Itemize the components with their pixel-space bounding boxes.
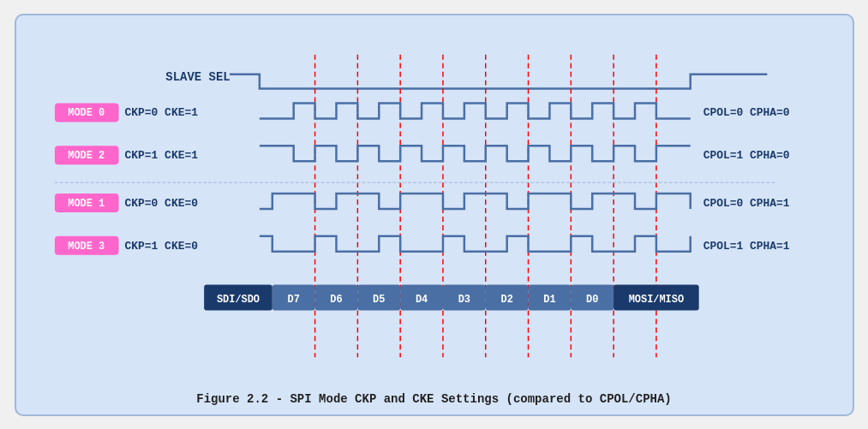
mode0-params: CKP=0 CKE=1: [124, 106, 198, 119]
d3-label: D3: [458, 293, 470, 305]
diagram-area: SLAVE SEL MODE 0 CKP=0 CKE=1 CPOL=0 CPHA…: [33, 33, 835, 384]
d7-label: D7: [287, 293, 299, 305]
sdi-sdo-label: SDI/SDO: [216, 293, 259, 305]
mode0-cpol: CPOL=0 CPHA=0: [703, 106, 789, 119]
d2-label: D2: [500, 293, 512, 305]
mode3-waveform: [259, 235, 690, 251]
mode2-label: MODE 2: [68, 150, 105, 162]
mode2-params: CKP=1 CKE=1: [124, 149, 198, 162]
mode2-waveform: [259, 146, 690, 161]
mode1-params: CKP=0 CKE=0: [124, 197, 198, 210]
mode2-cpol: CPOL=1 CPHA=0: [703, 149, 789, 162]
mode3-params: CKP=1 CKE=0: [124, 239, 198, 252]
mode1-cpol: CPOL=0 CPHA=1: [703, 197, 789, 210]
figure-caption: Figure 2.2 - SPI Mode CKP and CKE Settin…: [33, 384, 835, 406]
mode0-waveform: [259, 103, 690, 118]
timing-diagram: SLAVE SEL MODE 0 CKP=0 CKE=1 CPOL=0 CPHA…: [33, 33, 835, 384]
mode1-waveform: [259, 194, 690, 209]
mode1-label: MODE 1: [68, 198, 105, 210]
d1-label: D1: [543, 293, 555, 305]
d5-label: D5: [373, 293, 385, 305]
slave-sel-label: SLAVE SEL: [165, 69, 230, 83]
mode0-label: MODE 0: [68, 107, 105, 119]
mode3-cpol: CPOL=1 CPHA=1: [703, 239, 789, 252]
main-container: SLAVE SEL MODE 0 CKP=0 CKE=1 CPOL=0 CPHA…: [15, 14, 854, 416]
d0-label: D0: [586, 293, 598, 305]
mosi-miso-label: MOSI/MISO: [628, 293, 683, 305]
d6-label: D6: [330, 293, 342, 305]
mode3-label: MODE 3: [68, 240, 105, 252]
d4-label: D4: [415, 293, 427, 305]
slave-sel-waveform: [230, 74, 767, 88]
